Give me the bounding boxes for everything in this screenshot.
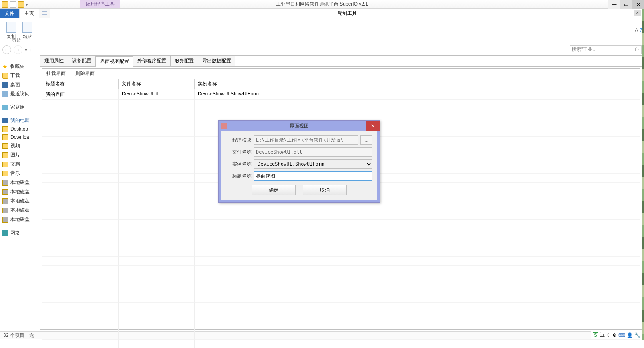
- ime-settings-icon[interactable]: ⚙: [612, 332, 617, 338]
- ribbon-tabs: 文件 主页 配制工具 ✕: [0, 9, 644, 18]
- nav-downloads[interactable]: 下载: [2, 71, 38, 80]
- paste-label: 粘贴: [23, 34, 32, 40]
- nav-forward-button[interactable]: →: [14, 45, 22, 54]
- ime-toolbar[interactable]: S 五 ☾ ⚙ ⌨ 👤 🔧: [591, 331, 642, 339]
- qat-item-icon[interactable]: [10, 1, 16, 8]
- col-title[interactable]: 标题名称: [42, 79, 119, 89]
- dialog-titlebar[interactable]: 界面视图 ✕: [219, 121, 380, 131]
- inner-close-button[interactable]: ✕: [634, 10, 641, 16]
- subtab-mount[interactable]: 挂载界面: [46, 70, 66, 77]
- ribbon-group-clipboard: 剪贴: [12, 37, 21, 43]
- search-placeholder: 搜索"工业...: [572, 46, 596, 53]
- select-instance[interactable]: DeviceShowUI.ShowUIForm: [254, 159, 372, 169]
- ribbon-tab-view-icon[interactable]: [39, 9, 50, 18]
- contextual-tab-app-tools[interactable]: 应用程序工具: [80, 0, 120, 8]
- navbar: ← → ▾ ↑ 搜索"工业...: [0, 44, 644, 55]
- drive-icon: [2, 134, 8, 140]
- nav-label: 桌面: [10, 81, 20, 88]
- config-tab[interactable]: 导出数据配置: [198, 56, 235, 66]
- ime-user-icon[interactable]: 👤: [627, 332, 633, 338]
- nav-drive-item[interactable]: 视频: [2, 141, 38, 150]
- nav-up-icon[interactable]: ↑: [30, 47, 32, 53]
- cell-instance: DeviceShowUI.ShowUIForm: [195, 89, 640, 100]
- nav-label: 收藏夹: [10, 63, 24, 70]
- input-module[interactable]: [254, 135, 358, 145]
- ime-mode[interactable]: 五: [600, 332, 605, 338]
- ime-wrench-icon[interactable]: 🔧: [634, 332, 640, 338]
- ribbon-collapse-icon[interactable]: ᐱ: [635, 27, 638, 33]
- ime-moon-icon[interactable]: ☾: [606, 332, 611, 338]
- status-selected: 选: [29, 332, 34, 339]
- ribbon-tab-home[interactable]: 主页: [20, 9, 39, 18]
- col-file[interactable]: 文件名称: [119, 79, 195, 89]
- explorer-icon: [2, 1, 8, 8]
- ime-keyboard-icon[interactable]: ⌨: [618, 332, 625, 338]
- nav-computer[interactable]: 我的电脑: [2, 116, 38, 125]
- nav-network[interactable]: 网络: [2, 228, 38, 237]
- input-file[interactable]: [254, 147, 372, 157]
- col-instance[interactable]: 实例名称: [195, 79, 640, 89]
- config-tab[interactable]: 外部程序配置: [133, 56, 171, 66]
- nav-dropdown-icon[interactable]: ▾: [25, 47, 27, 53]
- nav-label: Desktop: [10, 126, 28, 132]
- quick-access-toolbar: ▾: [0, 1, 30, 8]
- table-row-empty: [42, 238, 640, 247]
- config-tabs: 通用属性设备配置界面视图配置外部程序配置服务配置导出数据配置: [40, 56, 642, 67]
- config-tab[interactable]: 通用属性: [40, 56, 68, 66]
- dialog-close-button[interactable]: ✕: [366, 121, 380, 131]
- table-row-empty: [42, 293, 640, 303]
- drive-icon: [2, 180, 8, 186]
- nav-label: 本地磁盘: [10, 207, 30, 214]
- config-tab[interactable]: 设备配置: [68, 56, 96, 66]
- table-row[interactable]: 我的界面DeviceShowUI.dllDeviceShowUI.ShowUIF…: [42, 89, 640, 100]
- nav-recent[interactable]: 最近访问: [2, 89, 38, 99]
- subtab-delete[interactable]: 删除界面: [75, 70, 95, 77]
- cancel-button[interactable]: 取消: [303, 185, 347, 195]
- nav-drive-item[interactable]: 本地磁盘: [2, 196, 38, 206]
- label-caption: 标题名称: [226, 173, 252, 180]
- browse-button[interactable]: ...: [360, 135, 372, 145]
- nav-drive-item[interactable]: Desktop: [2, 125, 38, 133]
- table-row-empty: [42, 220, 640, 229]
- titlebar: ▾ 应用程序工具 工业串口和网络软件通讯平台 SuperIO v2.1 — ▭ …: [0, 0, 644, 9]
- cell-file: DeviceShowUI.dll: [119, 89, 195, 100]
- table-row-empty: [42, 321, 640, 330]
- nav-drive-item[interactable]: 图片: [2, 150, 38, 160]
- table-row-empty: [42, 303, 640, 312]
- config-tab[interactable]: 界面视图配置: [96, 56, 133, 67]
- nav-drive-item[interactable]: 本地磁盘: [2, 215, 38, 224]
- nav-drive-item[interactable]: 本地磁盘: [2, 187, 38, 196]
- nav-label: 网络: [10, 229, 20, 236]
- close-button[interactable]: ✕: [632, 0, 644, 9]
- nav-label: 下载: [10, 72, 20, 79]
- table-row-empty: [42, 109, 640, 118]
- nav-drive-item[interactable]: Downloa: [2, 133, 38, 141]
- drive-icon: [2, 217, 8, 223]
- qat-item-icon[interactable]: [18, 1, 24, 8]
- paste-button[interactable]: 粘贴: [19, 22, 35, 40]
- search-input[interactable]: 搜索"工业...: [570, 45, 642, 54]
- maximize-button[interactable]: ▭: [620, 0, 632, 9]
- table-row-empty: [42, 247, 640, 257]
- nav-back-button[interactable]: ←: [2, 45, 11, 54]
- nav-homegroup[interactable]: 家庭组: [2, 103, 38, 112]
- nav-drive-item[interactable]: 本地磁盘: [2, 206, 38, 215]
- view-icon: [42, 10, 47, 15]
- ribbon-tab-file[interactable]: 文件: [0, 9, 20, 18]
- input-caption[interactable]: [254, 171, 372, 181]
- table-row-empty: [42, 284, 640, 293]
- ok-button[interactable]: 确定: [252, 185, 296, 195]
- nav-drive-item[interactable]: 本地磁盘: [2, 178, 38, 187]
- nav-favorites[interactable]: ★ 收藏夹: [2, 62, 38, 71]
- nav-drive-item[interactable]: 文档: [2, 160, 38, 169]
- network-icon: [2, 230, 8, 236]
- minimize-button[interactable]: —: [608, 0, 620, 9]
- config-tab[interactable]: 服务配置: [171, 56, 198, 66]
- nav-drive-item[interactable]: 音乐: [2, 169, 38, 178]
- drive-icon: [2, 162, 8, 167]
- qat-dropdown-icon[interactable]: ▾: [26, 2, 28, 7]
- nav-desktop[interactable]: 桌面: [2, 80, 38, 89]
- dialog-title: 界面视图: [290, 123, 309, 129]
- config-body: 挂载界面 删除界面 标题名称 文件名称 实例名称 我的界面DeviceShowU…: [42, 68, 640, 348]
- nav-label: 文档: [10, 161, 20, 168]
